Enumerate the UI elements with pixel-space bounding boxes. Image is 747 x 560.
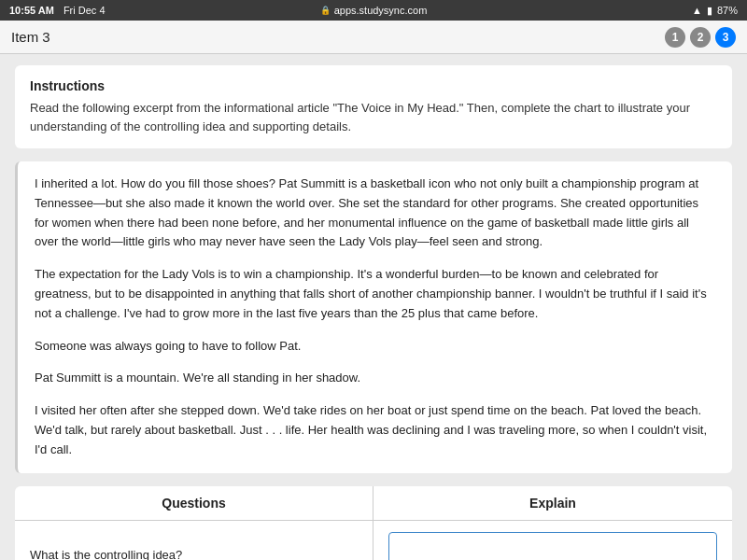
table-question-cell: What is the controlling idea? [15, 521, 374, 560]
excerpt-para-4: Pat Summitt is a mountain. We're all sta… [35, 369, 715, 388]
nav-dot-3[interactable]: 3 [715, 27, 736, 48]
excerpt-card: I inherited a lot. How do you fill those… [15, 161, 732, 473]
nav-dot-2[interactable]: 2 [690, 27, 711, 48]
status-right-icons: ▲ ▮ 87% [692, 5, 738, 17]
instructions-card: Instructions Read the following excerpt … [15, 65, 732, 148]
table-header-questions: Questions [15, 486, 374, 520]
url-text: apps.studysync.com [334, 5, 428, 16]
wifi-icon: ▲ [692, 5, 702, 16]
instructions-text: Read the following excerpt from the info… [30, 99, 717, 135]
nav-bar: Item 3 1 2 3 [0, 21, 747, 54]
battery-icon: ▮ [707, 5, 712, 17]
table-card: Questions Explain What is the controllin… [15, 486, 732, 560]
excerpt-para-1: I inherited a lot. How do you fill those… [35, 175, 715, 252]
excerpt-para-2: The expectation for the Lady Vols is to … [35, 265, 715, 323]
item-title: Item 3 [11, 29, 50, 45]
nav-dots: 1 2 3 [665, 27, 736, 48]
table-answer-input[interactable] [388, 532, 717, 560]
instructions-title: Instructions [30, 78, 717, 93]
table-header-explain: Explain [374, 486, 732, 520]
status-bar: 10:55 AM Fri Dec 4 🔒 apps.studysync.com … [0, 0, 747, 21]
battery-percent: 87% [717, 5, 738, 16]
table-header: Questions Explain [15, 486, 732, 521]
url-bar: 🔒 apps.studysync.com [320, 5, 428, 16]
table-row: What is the controlling idea? [15, 521, 732, 560]
table-question-text: What is the controlling idea? [30, 548, 182, 560]
status-date: Fri Dec 4 [63, 5, 106, 16]
excerpt-para-5: I visited her often after she stepped do… [35, 401, 715, 459]
main-content: Instructions Read the following excerpt … [0, 54, 747, 560]
excerpt-para-3: Someone was always going to have to foll… [35, 337, 715, 357]
table-answer-cell[interactable] [374, 521, 732, 560]
lock-icon: 🔒 [320, 6, 331, 15]
status-time: 10:55 AM [9, 5, 54, 16]
nav-dot-1[interactable]: 1 [665, 27, 685, 48]
